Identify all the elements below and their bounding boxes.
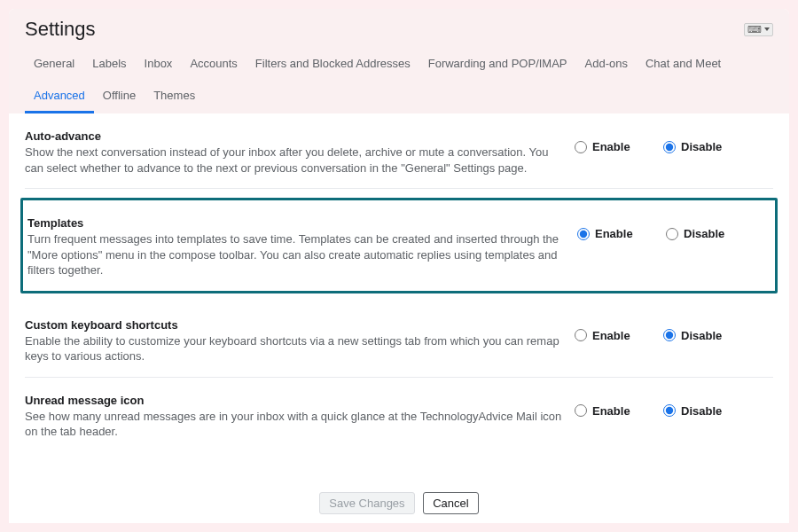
radio-enable-custom-keyboard-shortcuts[interactable]: Enable (575, 329, 645, 342)
radio-disable-templates[interactable]: Disable (666, 227, 737, 240)
radio-input-disable[interactable] (666, 228, 678, 240)
tab-general[interactable]: General (25, 50, 83, 82)
radio-enable-auto-advance[interactable]: Enable (575, 140, 645, 153)
highlight-templates: TemplatesTurn frequent messages into tem… (20, 198, 778, 293)
radio-label: Enable (595, 227, 633, 240)
page-title: Settings (25, 18, 96, 41)
tab-inbox[interactable]: Inbox (136, 50, 182, 82)
chevron-down-icon (764, 27, 770, 31)
setting-radios: EnableDisable (575, 318, 752, 342)
setting-title: Unread message icon (25, 394, 566, 407)
tab-add-ons[interactable]: Add-ons (576, 50, 637, 82)
setting-title: Templates (27, 216, 568, 230)
setting-desc-templates: TemplatesTurn frequent messages into tem… (27, 216, 568, 278)
setting-row-auto-advance: Auto-advanceShow the next conversation i… (25, 113, 773, 189)
tab-advanced[interactable]: Advanced (25, 82, 94, 113)
settings-tabs: GeneralLabelsInboxAccountsFilters and Bl… (25, 50, 773, 113)
tab-labels[interactable]: Labels (83, 50, 135, 82)
radio-enable-unread-message-icon[interactable]: Enable (575, 404, 645, 418)
settings-content: Auto-advanceShow the next conversation i… (9, 113, 789, 483)
setting-row-templates: TemplatesTurn frequent messages into tem… (27, 200, 771, 291)
radio-input-enable[interactable] (575, 404, 587, 417)
setting-row-unread-message-icon: Unread message iconSee how many unread m… (25, 378, 773, 452)
radio-label: Disable (681, 140, 722, 153)
radio-label: Enable (592, 404, 630, 418)
setting-title: Auto-advance (25, 129, 566, 143)
tab-chat-and-meet[interactable]: Chat and Meet (637, 50, 730, 82)
radio-input-disable[interactable] (663, 329, 676, 341)
radio-input-enable[interactable] (575, 141, 587, 153)
setting-title: Custom keyboard shortcuts (25, 318, 566, 332)
setting-row-custom-keyboard-shortcuts: Custom keyboard shortcutsEnable the abil… (25, 302, 773, 378)
radio-enable-templates[interactable]: Enable (577, 227, 648, 240)
setting-description: Enable the ability to customize your key… (25, 333, 566, 364)
settings-panel: Settings ⌨ GeneralLabelsInboxAccountsFil… (9, 9, 789, 523)
input-method-indicator[interactable]: ⌨ (744, 23, 773, 36)
tab-forwarding-and-pop-imap[interactable]: Forwarding and POP/IMAP (419, 50, 576, 82)
setting-desc-unread-message-icon: Unread message iconSee how many unread m… (25, 394, 566, 440)
setting-description: Show the next conversation instead of yo… (25, 145, 566, 176)
setting-desc-custom-keyboard-shortcuts: Custom keyboard shortcutsEnable the abil… (25, 318, 566, 364)
keyboard-icon: ⌨ (747, 24, 762, 35)
setting-radios: EnableDisable (577, 216, 755, 240)
radio-input-disable[interactable] (663, 141, 676, 153)
setting-radios: EnableDisable (575, 394, 752, 418)
setting-description: See how many unread messages are in your… (25, 409, 566, 440)
radio-input-enable[interactable] (575, 329, 587, 341)
radio-label: Disable (684, 227, 724, 240)
radio-label: Enable (592, 140, 630, 153)
tab-accounts[interactable]: Accounts (181, 50, 246, 82)
tab-offline[interactable]: Offline (94, 82, 145, 113)
setting-description: Turn frequent messages into templates to… (27, 231, 568, 278)
cancel-button[interactable]: Cancel (423, 492, 478, 514)
tab-themes[interactable]: Themes (145, 82, 204, 113)
radio-disable-custom-keyboard-shortcuts[interactable]: Disable (663, 329, 734, 342)
setting-desc-auto-advance: Auto-advanceShow the next conversation i… (25, 129, 566, 176)
setting-radios: EnableDisable (575, 129, 752, 153)
radio-label: Disable (681, 404, 722, 418)
save-changes-button: Save Changes (319, 492, 414, 514)
radio-disable-auto-advance[interactable]: Disable (663, 140, 734, 153)
radio-disable-unread-message-icon[interactable]: Disable (663, 404, 734, 418)
settings-header: Settings ⌨ GeneralLabelsInboxAccountsFil… (9, 9, 789, 113)
settings-footer: Save Changes Cancel (9, 483, 789, 523)
radio-label: Enable (592, 329, 630, 342)
tab-filters-and-blocked-addresses[interactable]: Filters and Blocked Addresses (246, 50, 419, 82)
radio-input-disable[interactable] (663, 404, 676, 417)
radio-label: Disable (681, 329, 722, 342)
radio-input-enable[interactable] (577, 228, 590, 240)
